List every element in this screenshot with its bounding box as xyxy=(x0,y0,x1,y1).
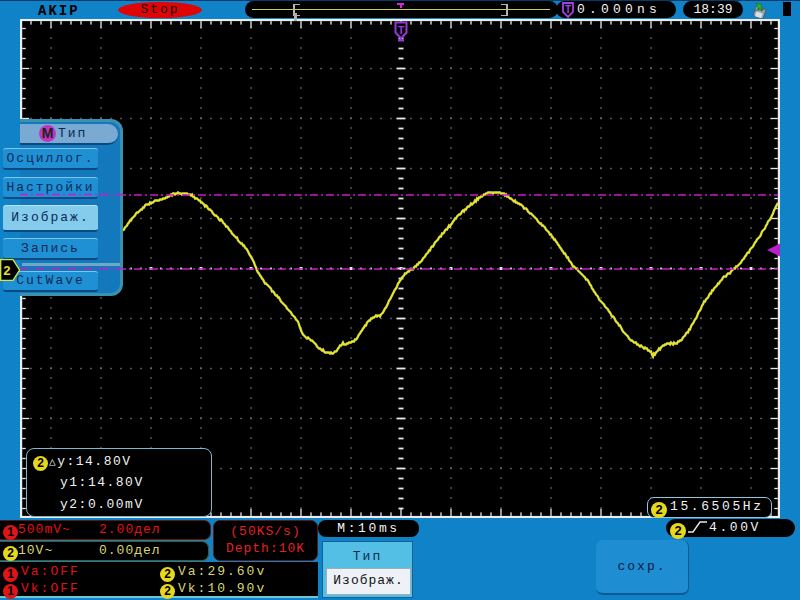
svg-text:T: T xyxy=(565,4,571,15)
svg-text:T: T xyxy=(398,23,405,35)
svg-text:2: 2 xyxy=(3,264,11,279)
